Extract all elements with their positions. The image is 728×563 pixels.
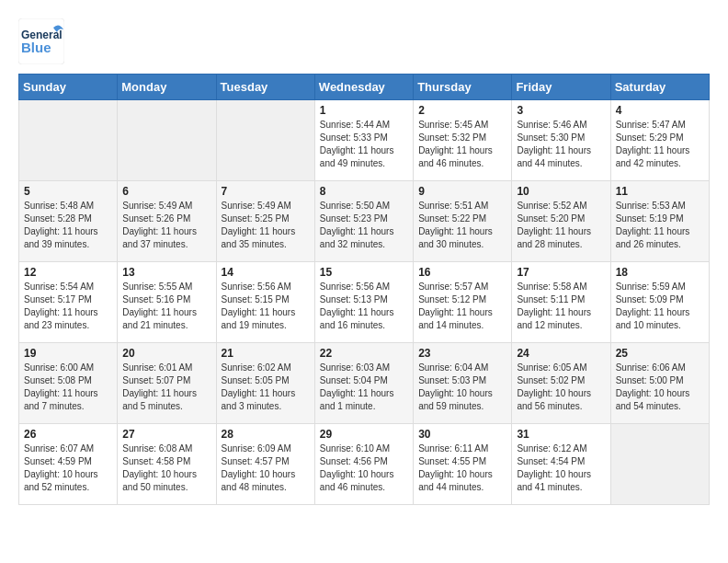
calendar-cell: 20Sunrise: 6:01 AMSunset: 5:07 PMDayligh… [118,343,216,424]
calendar-day-header: Monday [118,75,216,100]
calendar-day-header: Tuesday [216,75,314,100]
calendar-day-header: Sunday [19,75,118,100]
day-number: 19 [24,347,112,360]
calendar-cell: 19Sunrise: 6:00 AMSunset: 5:08 PMDayligh… [19,343,118,424]
calendar-cell [216,100,314,181]
page: General Blue SundayMondayTuesdayWednesda… [0,0,728,514]
cell-content: Sunrise: 5:48 AMSunset: 5:28 PMDaylight:… [24,200,112,251]
calendar-week-row: 5Sunrise: 5:48 AMSunset: 5:28 PMDaylight… [19,181,710,262]
day-number: 22 [320,347,408,360]
calendar-cell: 1Sunrise: 5:44 AMSunset: 5:33 PMDaylight… [314,100,413,181]
calendar-cell: 29Sunrise: 6:10 AMSunset: 4:56 PMDayligh… [314,424,413,505]
calendar-cell: 15Sunrise: 5:56 AMSunset: 5:13 PMDayligh… [314,262,413,343]
day-number: 23 [418,347,506,360]
cell-content: Sunrise: 5:49 AMSunset: 5:25 PMDaylight:… [222,200,310,251]
calendar-table: SundayMondayTuesdayWednesdayThursdayFrid… [18,74,710,505]
cell-content: Sunrise: 5:57 AMSunset: 5:12 PMDaylight:… [418,281,506,332]
cell-content: Sunrise: 6:11 AMSunset: 4:55 PMDaylight:… [418,442,506,494]
header: General Blue [18,18,710,64]
calendar-cell: 13Sunrise: 5:55 AMSunset: 5:16 PMDayligh… [118,262,216,343]
day-number: 5 [24,185,112,198]
day-number: 3 [517,104,605,117]
calendar-cell [19,100,118,181]
cell-content: Sunrise: 5:54 AMSunset: 5:17 PMDaylight:… [24,281,112,332]
cell-content: Sunrise: 6:07 AMSunset: 4:59 PMDaylight:… [24,442,112,494]
cell-content: Sunrise: 5:53 AMSunset: 5:19 PMDaylight:… [616,200,704,251]
cell-content: Sunrise: 5:56 AMSunset: 5:13 PMDaylight:… [320,281,408,332]
day-number: 20 [122,347,210,360]
day-number: 6 [122,185,210,198]
cell-content: Sunrise: 5:49 AMSunset: 5:26 PMDaylight:… [122,200,210,251]
day-number: 28 [222,428,310,441]
calendar-cell: 31Sunrise: 6:12 AMSunset: 4:54 PMDayligh… [512,424,610,505]
calendar-cell: 18Sunrise: 5:59 AMSunset: 5:09 PMDayligh… [610,262,709,343]
cell-content: Sunrise: 6:12 AMSunset: 4:54 PMDaylight:… [517,442,605,494]
calendar-cell: 3Sunrise: 5:46 AMSunset: 5:30 PMDaylight… [512,100,610,181]
calendar-cell: 26Sunrise: 6:07 AMSunset: 4:59 PMDayligh… [19,424,118,505]
calendar-week-row: 12Sunrise: 5:54 AMSunset: 5:17 PMDayligh… [19,262,710,343]
cell-content: Sunrise: 6:10 AMSunset: 4:56 PMDaylight:… [320,442,408,494]
cell-content: Sunrise: 5:45 AMSunset: 5:32 PMDaylight:… [418,119,506,170]
calendar-cell: 2Sunrise: 5:45 AMSunset: 5:32 PMDaylight… [414,100,512,181]
calendar-cell: 25Sunrise: 6:06 AMSunset: 5:00 PMDayligh… [610,343,709,424]
cell-content: Sunrise: 5:47 AMSunset: 5:29 PMDaylight:… [616,119,704,170]
calendar-cell: 23Sunrise: 6:04 AMSunset: 5:03 PMDayligh… [414,343,512,424]
calendar-cell: 8Sunrise: 5:50 AMSunset: 5:23 PMDaylight… [314,181,413,262]
calendar-day-header: Friday [512,75,610,100]
day-number: 14 [222,266,310,279]
svg-text:Blue: Blue [21,40,51,55]
cell-content: Sunrise: 5:58 AMSunset: 5:11 PMDaylight:… [517,281,605,332]
cell-content: Sunrise: 5:50 AMSunset: 5:23 PMDaylight:… [320,200,408,251]
calendar-cell: 27Sunrise: 6:08 AMSunset: 4:58 PMDayligh… [118,424,216,505]
calendar-cell: 16Sunrise: 5:57 AMSunset: 5:12 PMDayligh… [414,262,512,343]
cell-content: Sunrise: 5:52 AMSunset: 5:20 PMDaylight:… [517,200,605,251]
calendar-cell: 12Sunrise: 5:54 AMSunset: 5:17 PMDayligh… [19,262,118,343]
day-number: 17 [517,266,605,279]
calendar-cell: 6Sunrise: 5:49 AMSunset: 5:26 PMDaylight… [118,181,216,262]
calendar-day-header: Thursday [414,75,512,100]
day-number: 7 [222,185,310,198]
calendar-cell: 7Sunrise: 5:49 AMSunset: 5:25 PMDaylight… [216,181,314,262]
day-number: 10 [517,185,605,198]
day-number: 11 [616,185,704,198]
calendar-week-row: 19Sunrise: 6:00 AMSunset: 5:08 PMDayligh… [19,343,710,424]
calendar-cell [118,100,216,181]
day-number: 31 [517,428,605,441]
day-number: 13 [122,266,210,279]
calendar-cell: 9Sunrise: 5:51 AMSunset: 5:22 PMDaylight… [414,181,512,262]
day-number: 15 [320,266,408,279]
cell-content: Sunrise: 6:09 AMSunset: 4:57 PMDaylight:… [222,442,310,494]
day-number: 18 [616,266,704,279]
calendar-cell [610,424,709,505]
cell-content: Sunrise: 5:55 AMSunset: 5:16 PMDaylight:… [122,281,210,332]
day-number: 2 [418,104,506,117]
calendar-cell: 10Sunrise: 5:52 AMSunset: 5:20 PMDayligh… [512,181,610,262]
cell-content: Sunrise: 6:08 AMSunset: 4:58 PMDaylight:… [122,442,210,494]
calendar-cell: 30Sunrise: 6:11 AMSunset: 4:55 PMDayligh… [414,424,512,505]
day-number: 4 [616,104,704,117]
cell-content: Sunrise: 6:03 AMSunset: 5:04 PMDaylight:… [320,362,408,413]
calendar-cell: 17Sunrise: 5:58 AMSunset: 5:11 PMDayligh… [512,262,610,343]
day-number: 27 [122,428,210,441]
calendar-day-header: Wednesday [314,75,413,100]
logo: General Blue [18,18,64,64]
day-number: 9 [418,185,506,198]
day-number: 25 [616,347,704,360]
cell-content: Sunrise: 6:06 AMSunset: 5:00 PMDaylight:… [616,362,704,413]
cell-content: Sunrise: 6:00 AMSunset: 5:08 PMDaylight:… [24,362,112,413]
day-number: 16 [418,266,506,279]
cell-content: Sunrise: 5:59 AMSunset: 5:09 PMDaylight:… [616,281,704,332]
calendar-day-header: Saturday [610,75,709,100]
cell-content: Sunrise: 6:01 AMSunset: 5:07 PMDaylight:… [122,362,210,413]
calendar-cell: 14Sunrise: 5:56 AMSunset: 5:15 PMDayligh… [216,262,314,343]
logo-svg: General Blue [18,18,64,64]
cell-content: Sunrise: 6:05 AMSunset: 5:02 PMDaylight:… [517,362,605,413]
day-number: 8 [320,185,408,198]
cell-content: Sunrise: 5:51 AMSunset: 5:22 PMDaylight:… [418,200,506,251]
day-number: 21 [222,347,310,360]
calendar-cell: 28Sunrise: 6:09 AMSunset: 4:57 PMDayligh… [216,424,314,505]
calendar-cell: 22Sunrise: 6:03 AMSunset: 5:04 PMDayligh… [314,343,413,424]
calendar-cell: 24Sunrise: 6:05 AMSunset: 5:02 PMDayligh… [512,343,610,424]
cell-content: Sunrise: 6:04 AMSunset: 5:03 PMDaylight:… [418,362,506,413]
calendar-cell: 11Sunrise: 5:53 AMSunset: 5:19 PMDayligh… [610,181,709,262]
